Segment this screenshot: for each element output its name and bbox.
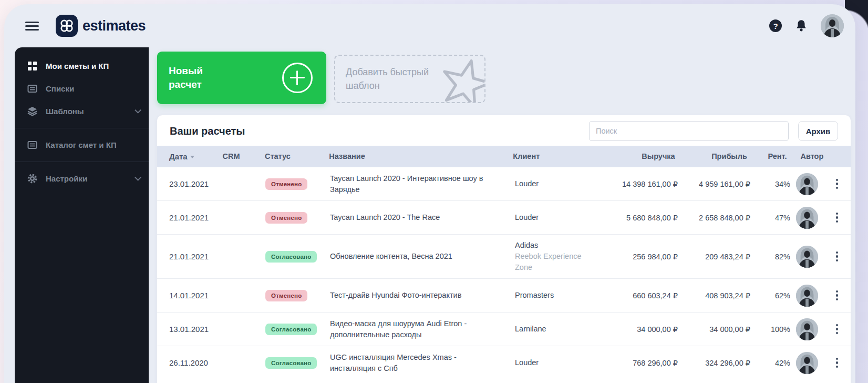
table-row[interactable]: 26.11.2020 Согласовано UGC инсталляция M… — [157, 346, 851, 379]
app-logo[interactable]: estimates — [56, 15, 146, 37]
sidebar-item-label: Шаблоны — [46, 107, 84, 116]
grid-icon — [27, 61, 37, 71]
author-avatar — [796, 246, 818, 268]
hamburger-menu-icon[interactable] — [25, 22, 39, 31]
search-input[interactable] — [589, 121, 789, 141]
row-menu-kebab-icon[interactable] — [834, 288, 841, 303]
sort-caret-icon — [190, 156, 194, 158]
list-icon — [27, 140, 37, 150]
help-icon[interactable]: ? — [769, 19, 782, 32]
row-menu-kebab-icon[interactable] — [834, 322, 841, 337]
row-profit: 408 903,24 ₽ — [678, 286, 750, 305]
row-name: Видео-маска для шоурума Audi Etron - доп… — [330, 313, 515, 346]
row-name: Taycan Launch 2020 - The Race — [330, 207, 515, 228]
row-menu-kebab-icon[interactable] — [834, 249, 841, 264]
header-profit[interactable]: Прибыль — [675, 152, 747, 160]
table-row[interactable]: 13.01.2021 Согласовано Видео-маска для ш… — [157, 312, 851, 346]
table-header: Дата CRM Статус Название Клиент Выручка … — [157, 146, 851, 167]
chevron-down-icon — [135, 174, 141, 181]
sidebar-divider — [15, 128, 149, 128]
row-crm — [223, 358, 265, 368]
user-avatar[interactable] — [821, 14, 844, 37]
row-revenue: 34 000,00 ₽ — [601, 320, 678, 339]
plus-icon — [282, 63, 313, 93]
row-profit: 209 483,24 ₽ — [678, 247, 750, 266]
logo-clover-icon — [56, 15, 78, 37]
add-quick-template-button[interactable]: Добавить быстрый шаблон — [334, 55, 485, 103]
table-row[interactable]: 21.01.2021 Согласовано Обновление контен… — [157, 234, 851, 278]
row-menu-kebab-icon[interactable] — [834, 356, 841, 370]
row-profit: 2 658 848,00 ₽ — [678, 208, 750, 227]
row-rent: 82% — [750, 247, 790, 266]
calculations-panel: Ваши расчеты Архив Дата CRM Статус Назва… — [157, 115, 851, 383]
row-crm — [223, 290, 265, 301]
row-revenue: 768 296,00 ₽ — [601, 354, 678, 372]
header-status[interactable]: Статус — [265, 152, 329, 160]
sidebar-item-templates[interactable]: Шаблоны — [15, 100, 149, 123]
row-profit: 34 000,00 ₽ — [678, 320, 750, 339]
author-avatar — [796, 318, 818, 340]
chevron-down-icon — [135, 107, 141, 114]
row-date: 23.01.2021 — [169, 174, 223, 194]
header-client[interactable]: Клиент — [513, 151, 598, 162]
row-name: Taycan Launch 2020 - Интерактивное шоу в… — [330, 168, 515, 200]
row-crm — [223, 324, 265, 335]
panel-title: Ваши расчеты — [170, 125, 245, 137]
row-client: Louder — [515, 173, 601, 195]
row-rent: 47% — [750, 208, 790, 227]
row-rent: 42% — [750, 354, 790, 372]
sidebar-item-lists[interactable]: Списки — [15, 77, 149, 100]
row-revenue: 660 603,24 ₽ — [601, 286, 678, 305]
table-row[interactable]: 21.01.2021 Отменено Taycan Launch 2020 -… — [157, 200, 851, 234]
main-content: Новый расчет Добавить быстрый шаблон Ваш… — [149, 47, 855, 383]
author-avatar — [796, 173, 818, 195]
row-name: UGC инсталляция Mercedes Xmas - инсталля… — [330, 347, 515, 379]
table-row[interactable]: 23.01.2021 Отменено Taycan Launch 2020 -… — [157, 167, 851, 200]
sidebar-item-label: Настройки — [46, 174, 87, 183]
sidebar-item-label: Каталог смет и КП — [46, 140, 117, 149]
row-client: Adidas Reebok Experience Zone — [515, 235, 601, 278]
row-client: Louder — [515, 352, 601, 374]
topbar: estimates ? — [4, 4, 855, 47]
header-revenue[interactable]: Выручка — [598, 152, 675, 160]
row-rent: 62% — [750, 286, 790, 305]
header-crm[interactable]: CRM — [222, 152, 265, 160]
new-calculation-button[interactable]: Новый расчет — [157, 52, 326, 104]
status-badge: Согласовано — [265, 251, 317, 263]
row-date: 26.11.2020 — [169, 353, 223, 372]
header-date[interactable]: Дата — [169, 152, 222, 161]
row-profit: 4 959 161,00 ₽ — [678, 175, 750, 194]
notifications-bell-icon[interactable] — [794, 19, 808, 33]
row-menu-kebab-icon[interactable] — [834, 210, 841, 225]
row-revenue: 256 984,00 ₽ — [601, 247, 678, 266]
sidebar-item-settings[interactable]: Настройки — [15, 167, 149, 190]
row-menu-kebab-icon[interactable] — [834, 177, 841, 192]
author-avatar — [796, 352, 818, 374]
app-window: estimates ? — [4, 4, 855, 383]
row-name: Обновление контента, Весна 2021 — [330, 246, 515, 267]
sidebar: Мои сметы и КП Списки Шаблоны — [15, 47, 149, 383]
header-name[interactable]: Название — [329, 151, 513, 162]
author-avatar — [796, 207, 818, 229]
row-revenue: 5 680 848,00 ₽ — [601, 208, 678, 227]
header-rent[interactable]: Рент. — [747, 152, 787, 160]
logo-text: estimates — [82, 18, 146, 34]
status-badge: Отменено — [265, 212, 307, 224]
row-revenue: 14 398 161,00 ₽ — [601, 175, 678, 194]
row-rent: 100% — [750, 320, 790, 339]
header-author[interactable]: Автор — [787, 152, 823, 160]
sidebar-item-label: Списки — [46, 84, 74, 93]
table-row[interactable]: 14.01.2021 Отменено Тест-драйв Hyundai Ф… — [157, 278, 851, 312]
sidebar-item-catalog[interactable]: Каталог смет и КП — [15, 134, 149, 156]
row-profit: 324 296,00 ₽ — [678, 354, 750, 372]
row-crm — [223, 213, 265, 223]
author-avatar — [796, 285, 818, 307]
row-crm — [223, 179, 265, 189]
row-date: 14.01.2021 — [169, 286, 223, 305]
row-client: Louder — [515, 207, 601, 228]
sidebar-item-my-estimates[interactable]: Мои сметы и КП — [15, 55, 149, 77]
archive-button[interactable]: Архив — [798, 121, 838, 141]
status-badge: Отменено — [265, 290, 307, 301]
gear-icon — [27, 174, 37, 184]
status-badge: Согласовано — [265, 324, 317, 335]
